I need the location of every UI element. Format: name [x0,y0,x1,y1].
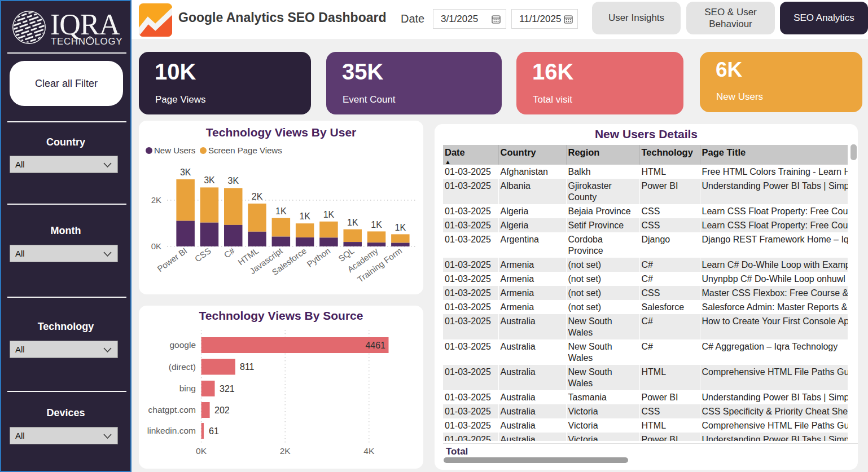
svg-text:Python: Python [305,246,332,269]
svg-text:2K: 2K [280,446,291,456]
svg-text:61: 61 [209,426,219,436]
svg-text:chatgpt.com: chatgpt.com [148,405,196,414]
svg-text:(direct): (direct) [169,362,196,372]
svg-text:1K: 1K [323,210,335,219]
svg-text:202: 202 [214,405,230,415]
svg-text:1K: 1K [347,218,358,227]
svg-text:C#: C# [222,245,237,259]
svg-text:4K: 4K [363,446,375,456]
svg-text:2K: 2K [151,195,161,205]
svg-text:1K: 1K [395,223,406,232]
svg-text:TECHN: TECHN [51,36,86,47]
svg-text:New Users: New Users [154,145,195,155]
svg-text:bing: bing [179,383,196,393]
svg-text:3K: 3K [228,176,239,186]
svg-text:1K: 1K [275,206,287,216]
svg-text:4461: 4461 [365,341,385,350]
svg-text:google: google [169,340,196,350]
svg-text:3K: 3K [180,167,191,177]
svg-text:0K: 0K [196,446,207,456]
svg-text:811: 811 [240,362,255,372]
svg-text:2K: 2K [252,192,263,201]
svg-text:LOGY: LOGY [95,36,123,47]
svg-text:Screen Page Views: Screen Page Views [208,145,282,155]
svg-text:1K: 1K [371,220,382,230]
svg-text:0K: 0K [151,241,161,251]
svg-text:linkedin.com: linkedin.com [147,426,196,435]
svg-text:CSS: CSS [193,246,213,264]
svg-text:3K: 3K [204,175,215,185]
svg-text:1K: 1K [299,211,310,221]
svg-text:321: 321 [220,384,235,394]
